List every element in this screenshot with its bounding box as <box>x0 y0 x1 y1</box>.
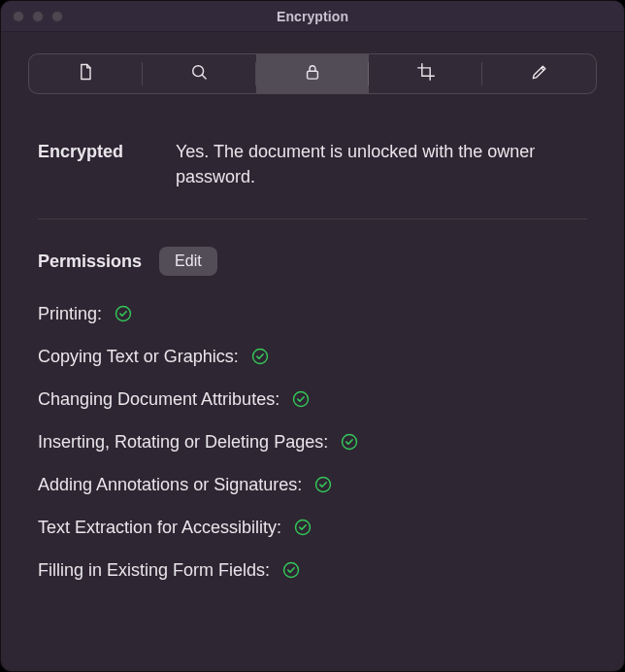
permission-printing: Printing: <box>38 303 587 324</box>
window: Encryption <box>0 0 625 672</box>
permission-inserting-pages: Inserting, Rotating or Deleting Pages: <box>38 431 587 453</box>
lock-icon <box>303 62 322 85</box>
checkmark-icon <box>291 389 311 409</box>
permission-annotations: Adding Annotations or Signatures: <box>38 474 587 495</box>
encrypted-row: Encrypted Yes. The document is unlocked … <box>38 139 587 189</box>
permission-label: Printing: <box>38 303 102 324</box>
encrypted-value: Yes. The document is unlocked with the o… <box>176 139 587 189</box>
permission-changing-attributes: Changing Document Attributes: <box>38 388 587 410</box>
document-icon <box>76 62 95 85</box>
window-title: Encryption <box>277 9 348 24</box>
permission-label: Text Extraction for Accessibility: <box>38 517 281 538</box>
checkmark-icon <box>114 304 133 323</box>
close-window-button[interactable] <box>13 11 24 22</box>
tab-edit[interactable] <box>482 54 596 93</box>
window-controls <box>13 1 63 32</box>
edit-permissions-button[interactable]: Edit <box>159 247 217 276</box>
search-icon <box>189 62 209 85</box>
checkmark-icon <box>293 518 312 537</box>
permission-copying: Copying Text or Graphics: <box>38 346 587 367</box>
encrypted-label: Encrypted <box>38 139 154 164</box>
permissions-label: Permissions <box>38 252 142 272</box>
minimize-window-button[interactable] <box>32 11 44 22</box>
checkmark-icon <box>281 560 301 580</box>
zoom-window-button[interactable] <box>51 11 63 22</box>
permission-label: Filling in Existing Form Fields: <box>38 559 270 581</box>
crop-icon <box>416 62 436 85</box>
tab-search[interactable] <box>143 54 256 93</box>
svg-rect-1 <box>308 71 318 79</box>
permission-label: Adding Annotations or Signatures: <box>38 474 302 495</box>
titlebar: Encryption <box>1 1 624 32</box>
checkmark-icon <box>313 475 333 494</box>
permissions-list: Printing: Copying Text or Graphics: Chan… <box>38 303 587 581</box>
tab-crop[interactable] <box>369 54 482 93</box>
permission-label: Copying Text or Graphics: <box>38 346 239 367</box>
checkmark-icon <box>340 432 359 452</box>
permissions-header: Permissions Edit <box>38 247 587 276</box>
content: Encrypted Yes. The document is unlocked … <box>1 94 624 671</box>
checkmark-icon <box>250 347 270 366</box>
inspector-tabs <box>28 53 597 94</box>
pencil-icon <box>530 62 549 85</box>
tab-encryption[interactable] <box>256 54 370 93</box>
permission-label: Changing Document Attributes: <box>38 388 280 410</box>
permission-accessibility: Text Extraction for Accessibility: <box>38 517 587 538</box>
divider <box>38 218 587 219</box>
permission-form-fields: Filling in Existing Form Fields: <box>38 559 587 581</box>
tab-document[interactable] <box>29 54 143 93</box>
permission-label: Inserting, Rotating or Deleting Pages: <box>38 431 328 453</box>
